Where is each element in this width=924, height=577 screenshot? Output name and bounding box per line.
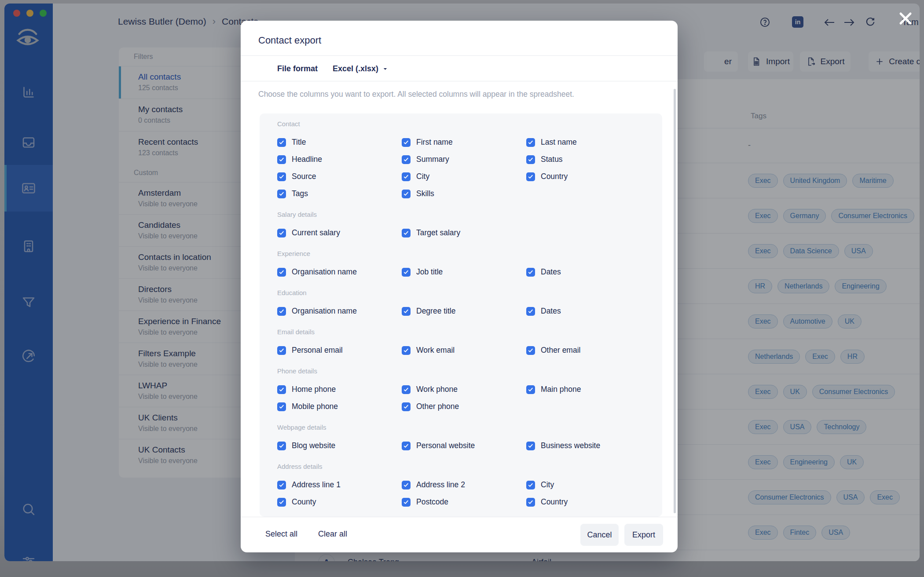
- column-checkbox-dates[interactable]: Dates: [526, 263, 651, 281]
- column-checkbox-summary[interactable]: Summary: [402, 151, 526, 168]
- column-checkbox-target-salary[interactable]: Target salary: [402, 224, 526, 241]
- column-checkbox-business-website[interactable]: Business website: [526, 437, 651, 454]
- export-button[interactable]: Export: [624, 524, 663, 546]
- checkbox-label: Country: [541, 172, 568, 181]
- checkbox-checked-icon[interactable]: [526, 385, 535, 394]
- checkbox-checked-icon[interactable]: [526, 442, 535, 450]
- checkbox-checked-icon[interactable]: [277, 442, 286, 450]
- column-checkbox-country[interactable]: Country: [526, 493, 651, 511]
- checkbox-checked-icon[interactable]: [402, 268, 411, 277]
- cancel-button[interactable]: Cancel: [580, 524, 619, 546]
- column-checkbox-address-line-1[interactable]: Address line 1: [277, 476, 402, 493]
- checkbox-checked-icon[interactable]: [277, 346, 286, 355]
- checkbox-checked-icon[interactable]: [526, 268, 535, 277]
- checkbox-checked-icon[interactable]: [402, 138, 411, 147]
- column-checkbox-title[interactable]: Title: [277, 134, 402, 151]
- checkbox-checked-icon[interactable]: [526, 346, 535, 355]
- column-checkbox-last-name[interactable]: Last name: [526, 134, 651, 151]
- column-checkbox-city[interactable]: City: [526, 476, 651, 493]
- checkbox-checked-icon[interactable]: [526, 172, 535, 181]
- column-checkbox-mobile-phone[interactable]: Mobile phone: [277, 398, 402, 415]
- column-checkbox-main-phone[interactable]: Main phone: [526, 381, 651, 398]
- column-checkbox-city[interactable]: City: [402, 168, 526, 185]
- modal-divider: [241, 55, 678, 56]
- column-checkbox-other-phone[interactable]: Other phone: [402, 398, 526, 415]
- checkbox-checked-icon[interactable]: [526, 498, 535, 507]
- checkbox-checked-icon[interactable]: [277, 498, 286, 507]
- checkbox-label: Postcode: [416, 497, 448, 507]
- checkbox-checked-icon[interactable]: [526, 481, 535, 489]
- checkbox-checked-icon[interactable]: [277, 481, 286, 489]
- checkbox-label: County: [292, 497, 316, 507]
- checkbox-checked-icon[interactable]: [402, 155, 411, 164]
- close-icon[interactable]: [898, 11, 913, 26]
- clear-all-button[interactable]: Clear all: [318, 530, 347, 539]
- column-checkbox-work-email[interactable]: Work email: [402, 342, 526, 359]
- export-section-education: EducationOrganisation nameDegree titleDa…: [277, 288, 662, 320]
- column-checkbox-tags[interactable]: Tags: [277, 185, 402, 202]
- section-header: Webpage details: [277, 423, 662, 432]
- modal-title: Contact export: [258, 35, 321, 46]
- column-checkbox-source[interactable]: Source: [277, 168, 402, 185]
- checkbox-label: Business website: [541, 441, 600, 450]
- checkbox-checked-icon[interactable]: [277, 155, 286, 164]
- export-section-contact: ContactTitleFirst nameLast nameHeadlineS…: [277, 120, 662, 202]
- select-all-button[interactable]: Select all: [265, 530, 297, 539]
- checkbox-checked-icon[interactable]: [277, 268, 286, 277]
- column-checkbox-first-name[interactable]: First name: [402, 134, 526, 151]
- checkbox-checked-icon[interactable]: [402, 190, 411, 198]
- checkbox-checked-icon[interactable]: [402, 498, 411, 507]
- column-checkbox-headline[interactable]: Headline: [277, 151, 402, 168]
- checkbox-label: Work email: [416, 346, 455, 355]
- checkbox-label: Job title: [416, 267, 443, 277]
- column-checkbox-work-phone[interactable]: Work phone: [402, 381, 526, 398]
- checkbox-label: Dates: [541, 307, 561, 316]
- checkbox-label: Skills: [416, 189, 434, 198]
- column-checkbox-job-title[interactable]: Job title: [402, 263, 526, 281]
- checkbox-label: Degree title: [416, 307, 456, 316]
- modal-scrollbar[interactable]: [674, 89, 676, 513]
- checkbox-checked-icon[interactable]: [277, 190, 286, 198]
- column-checkbox-skills[interactable]: Skills: [402, 185, 526, 202]
- checkbox-checked-icon[interactable]: [277, 229, 286, 237]
- file-format-dropdown[interactable]: Excel (.xlsx): [333, 64, 389, 73]
- column-checkbox-personal-email[interactable]: Personal email: [277, 342, 402, 359]
- checkbox-checked-icon[interactable]: [402, 307, 411, 316]
- column-checkbox-dates[interactable]: Dates: [526, 303, 651, 320]
- column-checkbox-organisation-name[interactable]: Organisation name: [277, 263, 402, 281]
- checkbox-checked-icon[interactable]: [402, 346, 411, 355]
- column-checkbox-other-email[interactable]: Other email: [526, 342, 651, 359]
- column-checkbox-status[interactable]: Status: [526, 151, 651, 168]
- checkbox-checked-icon[interactable]: [526, 307, 535, 316]
- column-checkbox-degree-title[interactable]: Degree title: [402, 303, 526, 320]
- checkbox-checked-icon[interactable]: [277, 138, 286, 147]
- checkbox-checked-icon[interactable]: [277, 385, 286, 394]
- checkbox-checked-icon[interactable]: [277, 307, 286, 316]
- column-checkbox-blog-website[interactable]: Blog website: [277, 437, 402, 454]
- checkbox-checked-icon[interactable]: [402, 402, 411, 411]
- export-columns-card: ContactTitleFirst nameLast nameHeadlineS…: [260, 113, 662, 517]
- column-checkbox-country[interactable]: Country: [526, 168, 651, 185]
- column-checkbox-personal-website[interactable]: Personal website: [402, 437, 526, 454]
- checkbox-checked-icon[interactable]: [402, 481, 411, 489]
- checkbox-checked-icon[interactable]: [526, 155, 535, 164]
- checkbox-label: Home phone: [292, 385, 336, 394]
- column-checkbox-postcode[interactable]: Postcode: [402, 493, 526, 511]
- chevron-down-icon: [382, 66, 389, 72]
- checkbox-checked-icon[interactable]: [277, 172, 286, 181]
- checkbox-checked-icon[interactable]: [402, 442, 411, 450]
- column-checkbox-county[interactable]: County: [277, 493, 402, 511]
- checkbox-label: Work phone: [416, 385, 458, 394]
- checkbox-label: City: [541, 480, 554, 489]
- column-checkbox-current-salary[interactable]: Current salary: [277, 224, 402, 241]
- checkbox-checked-icon[interactable]: [277, 402, 286, 411]
- checkbox-checked-icon[interactable]: [402, 172, 411, 181]
- column-checkbox-organisation-name[interactable]: Organisation name: [277, 303, 402, 320]
- checkbox-checked-icon[interactable]: [402, 385, 411, 394]
- export-section-address-details: Address detailsAddress line 1Address lin…: [277, 462, 662, 511]
- column-checkbox-address-line-2[interactable]: Address line 2: [402, 476, 526, 493]
- checkbox-checked-icon[interactable]: [526, 138, 535, 147]
- checkbox-checked-icon[interactable]: [402, 229, 411, 237]
- column-checkbox-home-phone[interactable]: Home phone: [277, 381, 402, 398]
- export-section-webpage-details: Webpage detailsBlog websitePersonal webs…: [277, 423, 662, 454]
